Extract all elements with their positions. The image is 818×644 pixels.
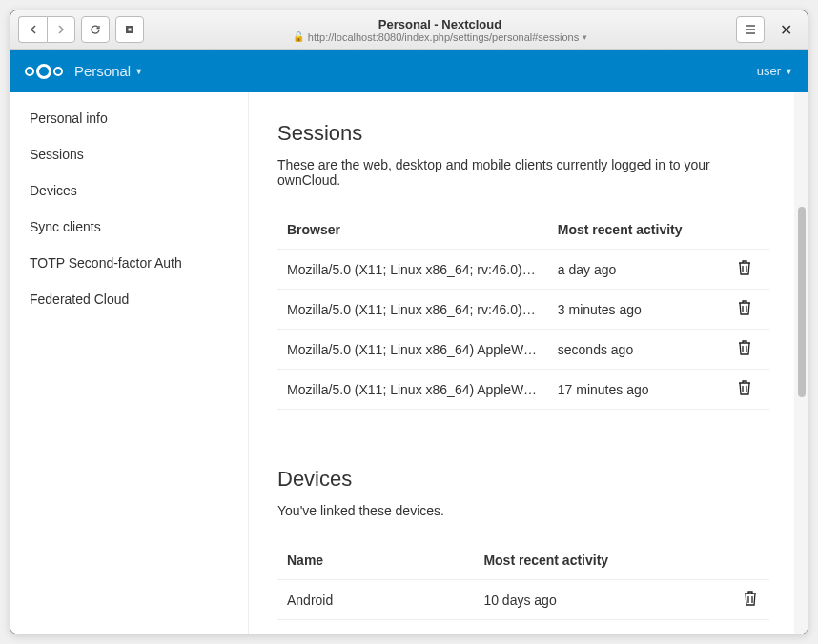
column-browser: Browser — [277, 211, 548, 250]
nav-dropdown[interactable]: Personal ▼ — [74, 63, 143, 79]
devices-section: Devices You've linked these devices. Nam… — [277, 467, 808, 620]
home-button[interactable] — [115, 16, 144, 43]
sessions-table: Browser Most recent activity Mozilla/5.0… — [277, 211, 769, 410]
sidebar-item-sessions[interactable]: Sessions — [10, 136, 248, 172]
session-activity: a day ago — [548, 250, 721, 290]
sidebar-item-sync-clients[interactable]: Sync clients — [10, 209, 248, 245]
session-row: Mozilla/5.0 (X11; Linux x86_64; rv:46.0)… — [277, 290, 769, 330]
column-actions — [720, 211, 769, 250]
page-title: Personal - Nextcloud — [150, 17, 730, 31]
delete-device-button[interactable] — [744, 591, 757, 609]
column-activity: Most recent activity — [548, 211, 721, 250]
user-label: user — [757, 64, 781, 78]
app-header: Personal ▼ user ▼ — [10, 50, 808, 92]
session-browser: Mozilla/5.0 (X11; Linux x86_64) AppleWeb… — [277, 370, 548, 410]
devices-description: You've linked these devices. — [277, 503, 769, 518]
delete-session-button[interactable] — [738, 340, 751, 358]
session-browser: Mozilla/5.0 (X11; Linux x86_64; rv:46.0)… — [277, 250, 548, 290]
devices-title: Devices — [277, 467, 769, 492]
session-row: Mozilla/5.0 (X11; Linux x86_64; rv:46.0)… — [277, 250, 769, 290]
session-activity: seconds ago — [548, 330, 721, 370]
device-activity: 10 days ago — [474, 580, 731, 620]
nextcloud-logo-icon[interactable] — [25, 64, 63, 79]
insecure-icon: 🔓 — [293, 31, 304, 42]
delete-session-button[interactable] — [738, 380, 751, 398]
settings-sidebar: Personal info Sessions Devices Sync clie… — [10, 92, 249, 634]
delete-session-button[interactable] — [738, 300, 751, 318]
session-activity: 17 minutes ago — [548, 370, 721, 410]
session-row: Mozilla/5.0 (X11; Linux x86_64) AppleWeb… — [277, 330, 769, 370]
back-button[interactable] — [18, 16, 47, 43]
session-row: Mozilla/5.0 (X11; Linux x86_64) AppleWeb… — [277, 370, 769, 410]
sessions-description: These are the web, desktop and mobile cl… — [277, 157, 769, 188]
session-activity: 3 minutes ago — [548, 290, 721, 330]
url-text: http://localhost:8080/index.php/settings… — [308, 31, 579, 43]
user-menu[interactable]: user ▼ — [757, 64, 793, 78]
close-button[interactable]: ✕ — [772, 21, 800, 39]
column-activity: Most recent activity — [474, 541, 731, 580]
scrollbar-thumb[interactable] — [798, 207, 806, 397]
column-actions — [731, 541, 769, 580]
caret-down-icon: ▼ — [785, 67, 793, 76]
forward-button[interactable] — [47, 16, 75, 43]
url-dropdown-icon[interactable]: ▾ — [583, 32, 587, 42]
caret-down-icon: ▼ — [134, 67, 143, 76]
sessions-title: Sessions — [277, 121, 769, 146]
nav-label: Personal — [74, 63, 131, 79]
reload-button[interactable] — [81, 16, 110, 43]
url-bar[interactable]: 🔓 http://localhost:8080/index.php/settin… — [150, 31, 730, 43]
session-browser: Mozilla/5.0 (X11; Linux x86_64; rv:46.0)… — [277, 290, 548, 330]
browser-toolbar: Personal - Nextcloud 🔓 http://localhost:… — [10, 10, 808, 50]
svg-rect-1 — [129, 29, 132, 31]
delete-session-button[interactable] — [738, 260, 751, 278]
hamburger-menu-button[interactable] — [736, 16, 765, 43]
sidebar-item-devices[interactable]: Devices — [10, 172, 248, 209]
scrollbar[interactable] — [794, 92, 808, 634]
settings-content: Sessions These are the web, desktop and … — [249, 92, 808, 634]
session-browser: Mozilla/5.0 (X11; Linux x86_64) AppleWeb… — [277, 330, 548, 370]
device-name: Android — [277, 580, 474, 620]
devices-table: Name Most recent activity Android 10 day… — [277, 541, 769, 620]
column-name: Name — [277, 541, 474, 580]
sidebar-item-personal-info[interactable]: Personal info — [10, 100, 248, 136]
sessions-section: Sessions These are the web, desktop and … — [277, 121, 808, 410]
sidebar-item-totp[interactable]: TOTP Second-factor Auth — [10, 245, 248, 281]
sidebar-item-federated-cloud[interactable]: Federated Cloud — [10, 281, 248, 317]
device-row: Android 10 days ago — [277, 580, 769, 620]
